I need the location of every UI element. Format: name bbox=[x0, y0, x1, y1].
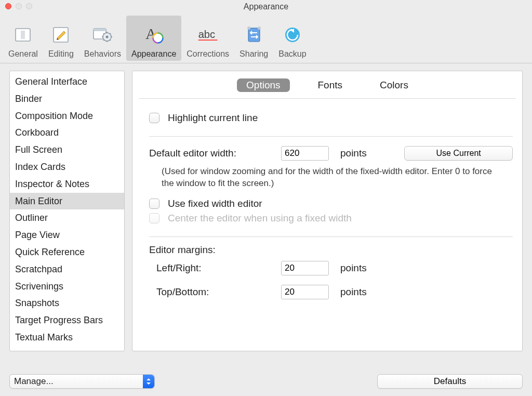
sidebar-item-page-view[interactable]: Page View bbox=[10, 227, 124, 244]
row-use-fixed-width: Use fixed width editor bbox=[149, 198, 513, 209]
left-right-label: Left/Right: bbox=[149, 262, 274, 274]
toolbar-corrections[interactable]: abc Corrections bbox=[181, 16, 234, 61]
tab-fonts[interactable]: Fonts bbox=[309, 78, 352, 92]
main-editor-panel: Options Fonts Colors Highlight current l… bbox=[132, 71, 523, 351]
highlight-line-label: Highlight current line bbox=[168, 112, 258, 124]
default-width-note: (Used for window zooming and for the wid… bbox=[162, 166, 494, 190]
bottom-bar: Manage... Defaults bbox=[0, 369, 532, 396]
editing-icon bbox=[49, 23, 72, 46]
window-title: Appearance bbox=[0, 2, 532, 11]
divider bbox=[139, 98, 516, 99]
manage-popup-label: Manage... bbox=[14, 376, 54, 387]
divider bbox=[149, 236, 513, 237]
sidebar-item-outliner[interactable]: Outliner bbox=[10, 209, 124, 227]
behaviors-icon bbox=[91, 23, 114, 46]
use-fixed-width-label: Use fixed width editor bbox=[168, 198, 262, 209]
default-width-row: Default editor width: points Use Current bbox=[149, 146, 513, 161]
defaults-button[interactable]: Defaults bbox=[377, 374, 523, 389]
toolbar-appearance[interactable]: A Appearance bbox=[126, 16, 181, 61]
corrections-icon: abc bbox=[196, 23, 219, 46]
top-bottom-input[interactable] bbox=[281, 285, 329, 299]
svg-point-8 bbox=[106, 36, 109, 38]
svg-rect-6 bbox=[94, 29, 106, 31]
toolbar-editing[interactable]: Editing bbox=[43, 16, 79, 61]
sidebar-item-target-progress-bars[interactable]: Target Progress Bars bbox=[10, 312, 124, 329]
appearance-icon: A bbox=[142, 23, 165, 46]
toolbar-appearance-label: Appearance bbox=[131, 49, 176, 59]
row-highlight-current-line: Highlight current line bbox=[149, 112, 513, 124]
toolbar-corrections-label: Corrections bbox=[187, 49, 229, 59]
toolbar-backup[interactable]: Backup bbox=[273, 16, 311, 61]
toolbar-behaviors-label: Behaviors bbox=[84, 49, 121, 59]
general-icon bbox=[11, 23, 34, 46]
window-zoom-button[interactable] bbox=[26, 3, 32, 9]
sidebar-item-general-interface[interactable]: General Interface bbox=[10, 73, 124, 90]
svg-rect-22 bbox=[248, 28, 260, 42]
svg-point-18 bbox=[152, 32, 164, 44]
sidebar-item-full-screen[interactable]: Full Screen bbox=[10, 141, 124, 159]
sidebar-item-main-editor[interactable]: Main Editor bbox=[10, 193, 124, 210]
default-width-label: Default editor width: bbox=[149, 148, 274, 159]
row-center-fixed: Center the editor when using a fixed wid… bbox=[149, 213, 513, 224]
toolbar-general[interactable]: General bbox=[3, 16, 43, 61]
center-fixed-label: Center the editor when using a fixed wid… bbox=[168, 213, 352, 224]
toolbar-general-label: General bbox=[8, 49, 38, 59]
toolbar-sharing-label: Sharing bbox=[240, 49, 268, 59]
svg-marker-27 bbox=[147, 378, 151, 380]
svg-marker-28 bbox=[147, 382, 151, 385]
top-bottom-unit: points bbox=[340, 286, 513, 298]
panel-tabs: Options Fonts Colors bbox=[237, 78, 418, 92]
tab-options[interactable]: Options bbox=[237, 78, 289, 92]
options-body: Highlight current line Default editor wi… bbox=[139, 107, 516, 301]
sidebar-item-index-cards[interactable]: Index Cards bbox=[10, 159, 124, 176]
svg-rect-1 bbox=[21, 31, 25, 39]
sidebar-item-corkboard[interactable]: Corkboard bbox=[10, 124, 124, 141]
appearance-sidebar: General Interface Binder Composition Mod… bbox=[9, 71, 125, 351]
highlight-line-checkbox[interactable] bbox=[149, 113, 159, 123]
use-current-button[interactable]: Use Current bbox=[404, 146, 513, 161]
sidebar-item-snapshots[interactable]: Snapshots bbox=[10, 295, 124, 312]
svg-text:abc: abc bbox=[198, 29, 216, 40]
titlebar: Appearance bbox=[0, 0, 532, 14]
sidebar-item-quick-reference[interactable]: Quick Reference bbox=[10, 244, 124, 261]
top-bottom-label: Top/Bottom: bbox=[149, 286, 274, 298]
sharing-icon bbox=[243, 23, 265, 46]
tab-colors[interactable]: Colors bbox=[370, 78, 418, 92]
content: General Interface Binder Composition Mod… bbox=[0, 63, 532, 354]
editor-margins-header: Editor margins: bbox=[149, 244, 513, 256]
preferences-toolbar: General Editing bbox=[0, 14, 532, 63]
manage-popup[interactable]: Manage... bbox=[9, 374, 155, 389]
window-minimize-button[interactable] bbox=[16, 3, 22, 9]
use-fixed-width-checkbox[interactable] bbox=[149, 199, 159, 209]
sidebar-item-binder[interactable]: Binder bbox=[10, 90, 124, 108]
svg-point-24 bbox=[258, 27, 261, 30]
sidebar-item-composition-mode[interactable]: Composition Mode bbox=[10, 108, 124, 125]
toolbar-sharing[interactable]: Sharing bbox=[234, 16, 273, 61]
default-width-input[interactable] bbox=[281, 146, 329, 161]
popup-arrows-icon bbox=[143, 375, 154, 388]
sidebar-item-textual-marks[interactable]: Textual Marks bbox=[10, 329, 124, 346]
center-fixed-checkbox bbox=[149, 213, 159, 223]
svg-point-23 bbox=[247, 27, 250, 30]
toolbar-behaviors[interactable]: Behaviors bbox=[79, 16, 126, 61]
sidebar-item-scrivenings[interactable]: Scrivenings bbox=[10, 278, 124, 295]
toolbar-backup-label: Backup bbox=[278, 49, 306, 59]
toolbar-editing-label: Editing bbox=[48, 49, 74, 59]
window-close-button[interactable] bbox=[5, 3, 11, 9]
divider bbox=[149, 136, 513, 137]
traffic-lights bbox=[5, 3, 32, 9]
default-width-unit: points bbox=[340, 148, 397, 159]
left-right-unit: points bbox=[340, 262, 513, 274]
margins-grid: Left/Right: points Top/Bottom: points bbox=[149, 261, 513, 299]
sidebar-item-scratchpad[interactable]: Scratchpad bbox=[10, 261, 124, 278]
sidebar-item-inspector-notes[interactable]: Inspector & Notes bbox=[10, 176, 124, 193]
left-right-input[interactable] bbox=[281, 261, 329, 275]
backup-icon bbox=[281, 23, 304, 46]
